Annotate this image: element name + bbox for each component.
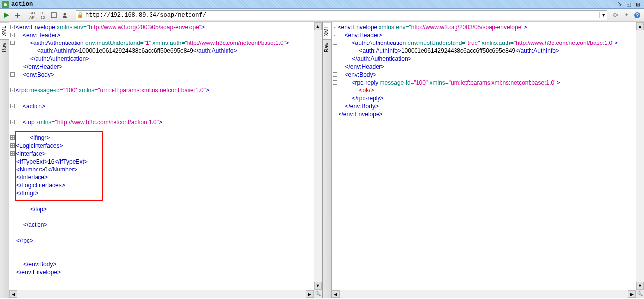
left-vertical-tabs: XML Raw (0, 22, 9, 298)
xml-line (9, 197, 322, 205)
tab-xml[interactable]: XML (323, 22, 331, 39)
xml-line: </env:Header> (332, 63, 644, 71)
gutter-blank (9, 110, 16, 118)
xml-line: </env:Body> (332, 102, 644, 110)
xml-line-content: </env:Envelope> (16, 268, 61, 276)
collapse-icon[interactable]: - (333, 41, 337, 45)
scroll-left-icon[interactable]: ◀ (332, 290, 340, 298)
tab-xml[interactable]: XML (0, 22, 9, 39)
xml-line-content: </Interface> (16, 173, 48, 181)
separator (72, 11, 72, 20)
xml-line-content: <env:Envelope xmlns:env="http://www.w3.o… (338, 23, 527, 31)
xml-line-content: </env:Body> (16, 260, 56, 268)
collapse-icon[interactable]: - (10, 25, 15, 29)
xml-line-content: <env:Header> (16, 31, 60, 39)
gutter-blank (9, 47, 16, 55)
collapse-icon[interactable]: - (333, 72, 337, 77)
gutter-blank (332, 86, 339, 94)
gutter-blank (9, 221, 16, 229)
collapse-icon[interactable]: - (10, 120, 15, 124)
title-bar: ⊞ action ⇲ ◱ ⊠ (0, 0, 644, 9)
gutter-blank (9, 79, 16, 86)
gutter-blank (9, 229, 16, 237)
gutter-blank (332, 63, 339, 71)
collapse-icon[interactable]: - (10, 72, 15, 77)
close-icon[interactable]: ⊠ (634, 1, 642, 8)
xml-line-content: <Ifmgr> (16, 134, 50, 142)
scroll-right-icon[interactable]: ▶ (306, 290, 314, 298)
tab-raw[interactable]: Raw (0, 39, 9, 55)
toolbar: SOAP 0110 🔒 ▾ ⟴ ✦ ? (0, 9, 644, 22)
right-xml-area: -<env:Envelope xmlns:env="http://www.w3.… (332, 22, 644, 298)
xml-line-content: </auth:Authentication> (16, 55, 89, 63)
tool-icon-1[interactable]: ⟴ (610, 10, 620, 20)
xml-line-content: <auth:Authentication env:mustUnderstand=… (16, 39, 289, 47)
collapse-icon[interactable]: - (10, 41, 15, 45)
square-icon[interactable] (49, 10, 59, 20)
collapse-icon[interactable]: - (333, 80, 337, 85)
xml-line: +<LogicInterfaces> (9, 142, 322, 150)
xml-line-content: <Interface> (16, 150, 46, 158)
add-button[interactable] (13, 10, 23, 20)
xml-line: <auth:AuthInfo>100001e06142924438c6acc6f… (332, 47, 644, 55)
xml-line: -<auth:Authentication env:mustUnderstand… (332, 39, 644, 47)
tab-raw[interactable]: Raw (323, 39, 331, 55)
right-xml-content[interactable]: -<env:Envelope xmlns:env="http://www.w3.… (332, 22, 644, 290)
scroll-down-icon[interactable]: ▼ (314, 282, 322, 290)
run-button[interactable] (2, 10, 12, 20)
vertical-scrollbar[interactable]: ▲ ▼ (636, 22, 644, 290)
svg-rect-3 (51, 13, 56, 18)
xml-line: -<top xmlns="http://www.h3c.com/netconf/… (9, 118, 322, 126)
svg-point-4 (64, 13, 66, 15)
restore-down-icon[interactable]: ⇲ (616, 1, 624, 8)
xml-line: -<env:Envelope xmlns:env="http://www.w3.… (9, 23, 322, 31)
gutter-blank (9, 63, 16, 71)
gutter-blank (9, 126, 16, 134)
separator (25, 11, 25, 20)
scroll-up-icon[interactable]: ▲ (636, 22, 644, 30)
maximize-icon[interactable]: ◱ (625, 1, 633, 8)
scroll-left-icon[interactable]: ◀ (9, 290, 17, 298)
xml-line-content: <env:Body> (338, 71, 377, 79)
help-icon[interactable]: ? (632, 10, 642, 20)
scroll-track[interactable] (636, 30, 644, 282)
horizontal-scrollbar[interactable]: ◀ ▶ 🔍 (9, 290, 322, 298)
horizontal-scrollbar[interactable]: ◀ ▶ 🔍 (332, 290, 644, 298)
binary-icon[interactable]: 0110 (38, 10, 48, 20)
xml-line (9, 110, 322, 118)
tool-icon-2[interactable]: ✦ (621, 10, 631, 20)
expand-icon[interactable]: + (10, 135, 15, 140)
expand-icon[interactable]: + (10, 151, 15, 156)
url-input[interactable] (84, 12, 599, 19)
gutter-blank (9, 197, 16, 205)
scroll-down-icon[interactable]: ▼ (636, 282, 644, 290)
collapse-icon[interactable]: - (10, 104, 15, 108)
window-controls: ⇲ ◱ ⊠ (616, 1, 642, 8)
xml-line: </auth:Authentication> (9, 55, 322, 63)
left-xml-content[interactable]: -<env:Envelope xmlns:env="http://www.w3.… (9, 22, 322, 290)
xml-line-content: <Number>0</Number> (16, 166, 77, 173)
url-dropdown-icon[interactable]: ▾ (599, 12, 607, 18)
xml-line: <auth:AuthInfo>100001e06142924438c6acc6f… (9, 47, 322, 55)
vertical-scrollbar[interactable]: ▲ ▼ (314, 22, 322, 290)
user-icon[interactable] (60, 10, 70, 20)
xml-line-content: </auth:Authentication> (339, 55, 412, 63)
scroll-track[interactable] (17, 290, 306, 298)
gutter-blank (9, 94, 16, 102)
collapse-icon[interactable]: - (10, 88, 15, 92)
scroll-right-icon[interactable]: ▶ (628, 290, 636, 298)
gutter-blank (9, 55, 16, 63)
scroll-track[interactable] (340, 290, 628, 298)
collapse-icon[interactable]: - (333, 33, 337, 37)
search-corner-icon[interactable]: 🔍 (636, 290, 644, 298)
xml-line: </top> (9, 205, 322, 213)
search-corner-icon[interactable]: 🔍 (314, 290, 322, 298)
collapse-icon[interactable]: - (333, 25, 337, 29)
expand-icon[interactable]: + (10, 143, 15, 148)
scroll-track[interactable] (314, 30, 322, 282)
collapse-icon[interactable]: - (10, 33, 15, 37)
soap-icon[interactable]: SOAP (27, 10, 37, 20)
gutter-blank (9, 158, 16, 166)
scroll-up-icon[interactable]: ▲ (314, 22, 322, 30)
gutter-blank (332, 102, 339, 110)
